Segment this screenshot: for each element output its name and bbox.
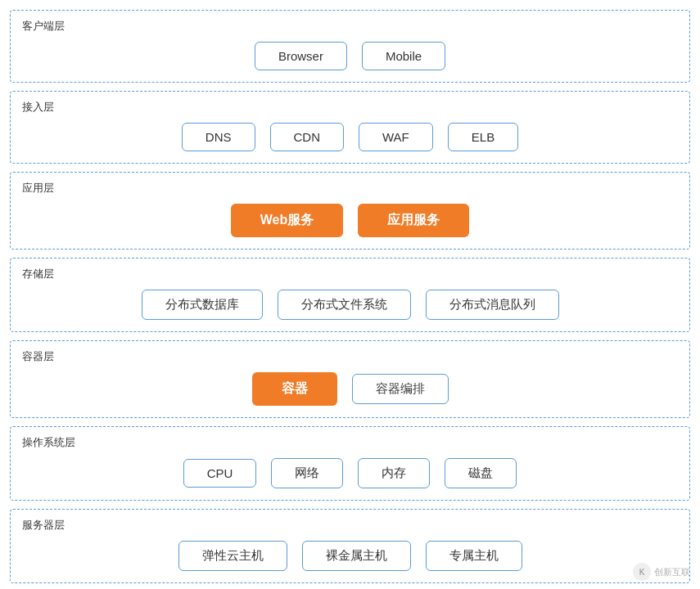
chip-distributed-db: 分布式数据库 xyxy=(142,290,263,320)
layer-os-layer: 操作系统层CPU网络内存磁盘 xyxy=(10,426,690,501)
layer-items-app-layer: Web服务应用服务 xyxy=(22,204,678,237)
layer-items-server-layer: 弹性云主机裸金属主机专属主机 xyxy=(22,541,678,571)
layer-container-layer: 容器层容器容器编排 xyxy=(10,340,690,418)
chip-waf: WAF xyxy=(359,123,433,151)
chip-elastic-host: 弹性云主机 xyxy=(178,541,287,571)
chip-web-service: Web服务 xyxy=(231,204,343,237)
chip-network: 网络 xyxy=(271,458,343,488)
chip-cpu: CPU xyxy=(183,459,257,488)
chip-container-orchestration: 容器编排 xyxy=(352,374,449,404)
layer-title-container-layer: 容器层 xyxy=(22,349,678,364)
layer-title-app-layer: 应用层 xyxy=(22,181,678,196)
layer-client-layer: 客户端层BrowserMobile xyxy=(10,10,690,83)
chip-browser: Browser xyxy=(255,42,347,70)
layer-title-server-layer: 服务器层 xyxy=(22,518,678,533)
layer-title-client-layer: 客户端层 xyxy=(22,19,678,34)
chip-cdn: CDN xyxy=(270,123,345,151)
layer-items-container-layer: 容器容器编排 xyxy=(22,372,678,406)
layer-title-access-layer: 接入层 xyxy=(22,100,678,115)
chip-elb: ELB xyxy=(448,123,518,151)
layer-server-layer: 服务器层弹性云主机裸金属主机专属主机 xyxy=(10,509,690,583)
layer-items-os-layer: CPU网络内存磁盘 xyxy=(22,458,678,488)
chip-container: 容器 xyxy=(252,372,337,406)
chip-distributed-fs: 分布式文件系统 xyxy=(278,290,411,320)
architecture-diagram: 客户端层BrowserMobile接入层DNSCDNWAFELB应用层Web服务… xyxy=(10,10,690,583)
chip-disk: 磁盘 xyxy=(445,458,517,488)
chip-mobile: Mobile xyxy=(362,42,445,70)
layer-access-layer: 接入层DNSCDNWAFELB xyxy=(10,91,690,164)
chip-app-service: 应用服务 xyxy=(358,204,469,237)
layer-app-layer: 应用层Web服务应用服务 xyxy=(10,172,690,250)
watermark-icon: K xyxy=(633,563,651,581)
watermark: K 创新互联 xyxy=(633,563,690,581)
layer-items-access-layer: DNSCDNWAFELB xyxy=(22,123,678,151)
chip-dns: DNS xyxy=(182,123,255,151)
chip-memory: 内存 xyxy=(358,458,430,488)
chip-distributed-mq: 分布式消息队列 xyxy=(426,290,559,320)
chip-dedicated-host: 专属主机 xyxy=(426,541,522,571)
layer-storage-layer: 存储层分布式数据库分布式文件系统分布式消息队列 xyxy=(10,258,690,332)
chip-bare-metal: 裸金属主机 xyxy=(302,541,411,571)
layer-title-os-layer: 操作系统层 xyxy=(22,435,678,450)
watermark-text: 创新互联 xyxy=(654,566,690,578)
layer-title-storage-layer: 存储层 xyxy=(22,267,678,281)
layer-items-storage-layer: 分布式数据库分布式文件系统分布式消息队列 xyxy=(22,290,678,320)
layer-items-client-layer: BrowserMobile xyxy=(22,42,678,70)
